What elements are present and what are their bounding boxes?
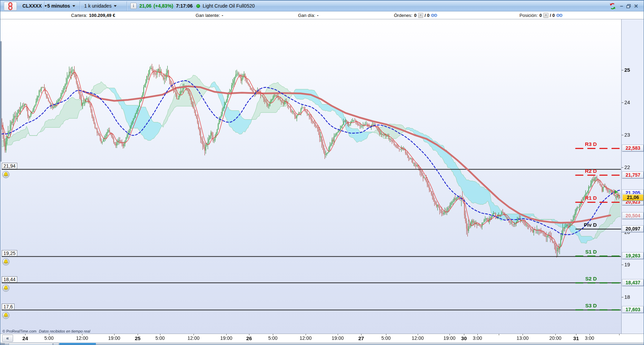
gan-dia-label: Gan día: (298, 13, 315, 18)
pivot-line-label: Piv D (584, 222, 597, 228)
y-tick-mark (622, 167, 623, 168)
close-position-icon[interactable]: ✕ (543, 13, 548, 18)
restore-icon (626, 4, 631, 8)
alarm-price-label[interactable]: 18,44 (2, 276, 17, 283)
scrollbar-left-button[interactable] (0, 343, 5, 345)
copyright-note: © ProRealTime.comDatos recibidos en tiem… (2, 329, 90, 333)
price-axis-panel[interactable]: 252423222120191822,58321,75720,92320,097… (621, 19, 644, 334)
account-bar: Cartera: 100.209,49 € Gan latente: - Gan… (0, 12, 644, 19)
horizontal-scrollbar[interactable] (0, 343, 644, 345)
posicion-count: 0 (539, 13, 542, 18)
x-tick-label: 12:00 (412, 335, 424, 341)
quantity-dropdown[interactable]: 1 k unidades (84, 1, 117, 11)
x-tick-mark (499, 334, 499, 335)
alarm-bell-button[interactable] (2, 284, 10, 292)
pivot-price-box: 18,437 (622, 279, 644, 286)
pivot-price-box: 20,097 (622, 226, 644, 232)
chart-region: R3 DR2 DR1 DPiv DS1 DS2 DS3 D21,9419,251… (0, 19, 644, 334)
scrollbar-thumb[interactable] (59, 343, 96, 345)
y-tick-label: 24 (624, 99, 630, 105)
y-tick-label: 18 (624, 294, 630, 300)
posicion-group: Posición: 0 ✕ / 0 ⚙⚙ (519, 12, 562, 19)
scroll-back-button[interactable]: « (2, 335, 13, 342)
interval-label: 5 minutos (47, 3, 70, 9)
gan-latente-group: Gan latente: - (196, 12, 223, 19)
pivot-line-label: R3 D (585, 141, 597, 147)
chevron-down-icon (72, 5, 75, 7)
minimize-button[interactable]: – (618, 2, 625, 10)
x-tick-label: 19:00 (443, 335, 455, 341)
interval-dropdown[interactable]: 5 minutos (47, 1, 75, 11)
y-tick-label: 23 (624, 132, 630, 138)
pivot-price-box: 19,263 (622, 253, 644, 259)
restore-button[interactable] (625, 2, 632, 10)
alarm-bell-button[interactable] (2, 171, 10, 178)
x-tick-label: 3:00 (473, 335, 482, 341)
instrument-name: Light Crude Oil Full0520 (203, 3, 255, 9)
quote-time: 7:17:06 (176, 3, 192, 9)
y-tick-mark (622, 265, 623, 265)
x-tick-label: 5:00 (268, 335, 277, 341)
cancel-orders-icon[interactable]: ✕ (418, 13, 423, 18)
current-price-box: 21,06 (622, 194, 644, 201)
scrollbar-segment-small[interactable] (53, 343, 59, 345)
cartera-value: 100.209,49 € (89, 13, 115, 18)
ordenes-count: 0 (414, 13, 416, 18)
alarm-price-label[interactable]: 21,94 (2, 163, 17, 169)
orders-settings-icon[interactable]: ⚙⚙ (430, 13, 436, 18)
x-tick-label: 5:00 (44, 335, 53, 341)
x-tick-label: 12:00 (187, 335, 199, 341)
refresh-icon (609, 2, 616, 10)
refresh-button[interactable] (608, 2, 617, 10)
time-axis[interactable]: « 245:0012:0019:00255:0012:0019:00265:00… (0, 334, 644, 343)
x-tick-label: 19:00 (220, 335, 232, 341)
copyright-text: © ProRealTime.com (2, 329, 37, 333)
pivot-line-label: S3 D (585, 303, 597, 308)
x-tick-label: 5:00 (155, 335, 165, 341)
pivot-line-label: R1 D (585, 195, 597, 201)
pivot-price-box: 22,583 (622, 145, 644, 151)
position-settings-icon[interactable]: ⚙⚙ (556, 13, 562, 18)
y-tick-mark (622, 135, 623, 135)
link-chain-button[interactable] (4, 2, 17, 11)
ordenes-count2: / 0 (425, 13, 429, 18)
gan-latente-value: - (222, 13, 223, 18)
close-button[interactable]: ✕ (633, 2, 640, 10)
x-tick-label: 19:00 (331, 335, 344, 341)
x-tick-label: 31 (573, 335, 579, 341)
chevron-down-icon (114, 5, 117, 7)
x-tick-label: 20:00 (549, 335, 561, 341)
x-tick-label: 3:00 (585, 335, 594, 341)
alarm-bell-icon (2, 171, 10, 178)
info-button[interactable]: i (130, 1, 137, 11)
y-tick-mark (622, 70, 623, 70)
symbol-label: CLXXXX (22, 3, 42, 9)
realtime-text: Datos recibidos en tiempo real (39, 329, 90, 333)
divider (44, 1, 44, 11)
ma-slow-price-box: 20,504 (622, 213, 644, 219)
posicion-count2: / 0 (550, 13, 555, 18)
pivot-price-box: 17,603 (622, 306, 644, 313)
pivot-line-label: S1 D (585, 249, 597, 255)
pivot-line-label: R2 D (585, 168, 597, 174)
y-tick-label: 19 (624, 262, 630, 267)
gan-dia-value: - (317, 13, 318, 18)
price-change: (+4,83%) (153, 3, 173, 9)
alarm-price-label[interactable]: 17,6 (2, 304, 14, 310)
alarm-price-label[interactable]: 19,25 (2, 250, 17, 256)
gan-dia-group: Gan día: - (298, 12, 318, 19)
scrollbar-segment[interactable] (9, 343, 53, 345)
x-tick-label: 24 (22, 335, 28, 341)
x-tick-label: 26 (246, 335, 252, 341)
x-tick-label: 13:00 (516, 335, 528, 341)
alarm-bell-button[interactable] (2, 258, 10, 266)
symbol-dropdown[interactable]: CLXXXX (22, 1, 47, 11)
x-tick-label: 5:00 (381, 335, 390, 341)
platform-window: CLXXXX 5 minutos 1 k unidades i 21,06 (+… (0, 0, 644, 345)
y-tick-label: 22 (624, 164, 630, 170)
alarm-bell-button[interactable] (2, 312, 10, 319)
x-tick-label: 12:00 (299, 335, 311, 341)
chart-overlay: R3 DR2 DR1 DPiv DS1 DS2 DS3 D21,9419,251… (0, 19, 621, 334)
divider (80, 1, 80, 11)
cartera-group: Cartera: 100.209,49 € (71, 12, 115, 19)
